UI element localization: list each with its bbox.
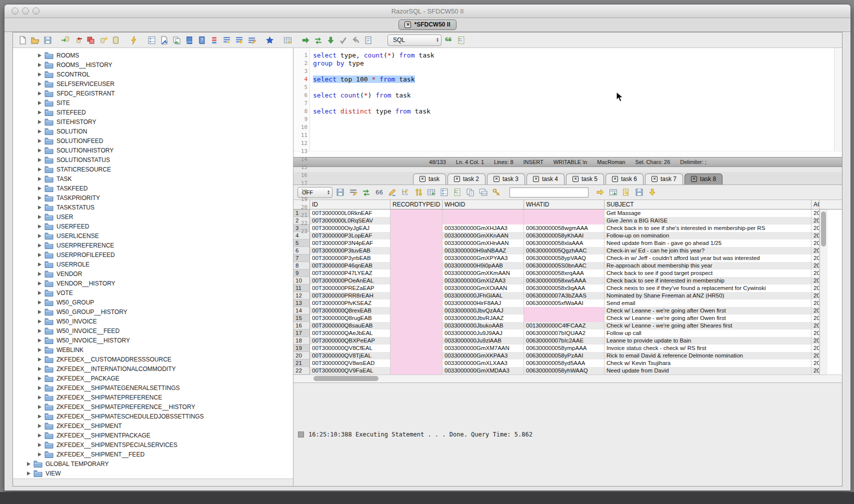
results-vscroll-thumb[interactable] xyxy=(821,212,826,246)
column-header-id[interactable]: ID xyxy=(310,200,390,209)
disclosure-triangle-icon[interactable] xyxy=(38,72,42,76)
tree-item-sfdc-registrant[interactable]: SFDC_REGISTRANT xyxy=(13,88,293,98)
column-header-ac[interactable]: AC xyxy=(812,200,820,209)
tab-close-icon[interactable]: ✕ xyxy=(533,176,539,182)
disclosure-triangle-icon[interactable] xyxy=(38,215,42,219)
arrow-down-yellow-icon[interactable] xyxy=(646,187,658,198)
disclosure-triangle-icon[interactable] xyxy=(38,92,42,96)
cell-whoid[interactable]: 0033000000GmXKPAA3 xyxy=(442,352,524,360)
cell-subject[interactable]: Check-in w/ Ed - can he join this year? xyxy=(604,247,812,254)
cell-subject[interactable]: Need update from David xyxy=(604,367,812,374)
cell-ac[interactable]: 200 xyxy=(812,344,820,352)
sql-editor[interactable]: 1234567891011121314151617181920212223 se… xyxy=(294,48,842,151)
table-row[interactable]: 1000T3000000POeAnEAL0033000000GmXIZAA300… xyxy=(294,277,820,284)
tree-item-zkfedex-shipmatescheduledjobssettings[interactable]: ZKFEDEX__SHIPMATESCHEDULEDJOBSSETTINGS xyxy=(13,412,293,421)
cell-whoid[interactable]: 0033000000Ju9J9AAJ xyxy=(442,330,524,337)
cell-whatid[interactable]: 006300000058xrqAAA xyxy=(524,270,604,277)
statement-mode-select[interactable]: SQL▲▼ xyxy=(388,34,442,46)
zoom-window-button[interactable] xyxy=(32,8,40,14)
copy-red-icon[interactable] xyxy=(85,34,96,46)
cell-subject[interactable]: Give Jenn a BIG RAISE xyxy=(604,217,812,224)
code-line[interactable] xyxy=(313,116,834,124)
disclosure-triangle-icon[interactable] xyxy=(38,348,42,352)
cell-id[interactable]: 00T3000000POeAnEAL xyxy=(310,277,390,284)
cell-whoid[interactable]: 0033000000JbvRJAAZ xyxy=(442,314,524,322)
open-folder-icon[interactable] xyxy=(30,34,40,46)
cell-recordtypeid[interactable] xyxy=(390,314,442,322)
save-small-icon[interactable] xyxy=(634,187,644,198)
cell-ac[interactable]: 200 xyxy=(812,330,820,337)
disclosure-triangle-icon[interactable] xyxy=(38,282,42,286)
table-row[interactable]: 200T3000000L0RqSEAVGive Jenn a BIG RAISE… xyxy=(294,217,820,224)
cell-recordtypeid[interactable] xyxy=(390,262,442,270)
cell-whatid[interactable]: 006300000058yd5AAA xyxy=(524,360,604,367)
table-row[interactable]: 2100T3000000QV8wsEAD0033000000GmXLXAA300… xyxy=(294,360,820,367)
tab-close-icon[interactable]: ✕ xyxy=(612,176,618,182)
minimize-window-button[interactable] xyxy=(22,8,29,14)
tab-close-icon[interactable]: ✕ xyxy=(691,176,697,182)
cell-recordtypeid[interactable] xyxy=(390,300,442,307)
tree-item-rooms-history[interactable]: ROOMS__HISTORY xyxy=(13,60,293,70)
cell-recordtypeid[interactable] xyxy=(390,337,442,344)
cell-ac[interactable]: 200 xyxy=(812,284,820,292)
table-row[interactable]: 1200T3000000PRR8rEAH0033000000JFhGlAAL00… xyxy=(294,292,820,300)
pages-refresh-icon[interactable] xyxy=(171,34,182,46)
cell-recordtypeid[interactable] xyxy=(390,247,442,254)
cell-id[interactable]: 00T3000000OiyJgEAJ xyxy=(310,224,390,232)
tree-item-sitefeed[interactable]: SITEFEED xyxy=(13,108,293,117)
execute-arrow-green-icon[interactable] xyxy=(300,34,311,46)
tree-item-zkfedex-shipment[interactable]: ZKFEDEX__SHIPMENT xyxy=(13,421,293,430)
tree-item-userrole[interactable]: USERROLE xyxy=(13,260,293,269)
cell-whatid[interactable]: 0013000000C4fFCAAZ xyxy=(524,322,604,330)
disclosure-triangle-icon[interactable] xyxy=(38,224,42,228)
arrow-right-yellow-icon[interactable] xyxy=(594,187,606,198)
tree-item-zkfedex-shipmentspecialservices[interactable]: ZKFEDEX__SHIPMENTSPECIALSERVICES xyxy=(13,440,293,450)
tree-item-taskpriority[interactable]: TASKPRIORITY xyxy=(13,193,293,202)
close-window-button[interactable] xyxy=(12,8,18,14)
results-hscroll-thumb[interactable] xyxy=(314,376,378,381)
cell-recordtypeid[interactable] xyxy=(390,217,442,224)
cell-ac[interactable]: 200 xyxy=(812,232,820,240)
disclosure-triangle-icon[interactable] xyxy=(38,452,42,456)
result-tab-task-6[interactable]: ✕task 6 xyxy=(606,174,644,184)
result-tab-task-8[interactable]: ✕task 8 xyxy=(684,174,722,184)
disclosure-triangle-icon[interactable] xyxy=(38,148,42,152)
cell-id[interactable]: 00T3000000PRR8rEAH xyxy=(310,292,390,300)
disclosure-triangle-icon[interactable] xyxy=(38,130,42,134)
tree-item-solutionstatus[interactable]: SOLUTIONSTATUS xyxy=(13,155,293,164)
save-icon[interactable] xyxy=(334,187,346,198)
cell-whatid[interactable]: 00630000007bIQUAA2 xyxy=(524,330,604,337)
disclosure-triangle-icon[interactable] xyxy=(38,110,42,114)
code-line[interactable] xyxy=(313,124,834,132)
table-row[interactable]: 1100T3000000PREZaEAP0033000000GmXOiAAN00… xyxy=(294,284,820,292)
note-new-icon[interactable] xyxy=(620,187,632,198)
disclosure-triangle-icon[interactable] xyxy=(38,244,42,248)
rollback-undo-icon[interactable] xyxy=(350,34,361,46)
cell-ac[interactable]: 200 xyxy=(812,314,820,322)
sql-code-area[interactable]: select type, count(*) from taskgroup by … xyxy=(310,48,834,151)
save-icon[interactable] xyxy=(42,34,53,46)
cell-whoid[interactable]: 0033000000H9i0pAAB xyxy=(442,262,524,270)
tab-close-icon[interactable]: ✕ xyxy=(454,176,460,182)
cell-whatid[interactable]: 006300000058ypVAAQ xyxy=(524,254,604,262)
code-line[interactable] xyxy=(313,84,834,92)
fetch-arrow-down-green-icon[interactable] xyxy=(325,34,336,46)
list-red-blue-icon[interactable] xyxy=(208,34,220,46)
tree-item-solutionhistory[interactable]: SOLUTIONHISTORY xyxy=(13,146,293,155)
tree-item-solutionfeed[interactable]: SOLUTIONFEED xyxy=(13,136,293,146)
tree-item-userlicense[interactable]: USERLICENSE xyxy=(13,231,293,240)
tree-item-w50-group-history[interactable]: W50_GROUP__HISTORY xyxy=(13,307,293,316)
disclosure-triangle-icon[interactable] xyxy=(38,168,42,172)
tree-item-solution[interactable]: SOLUTION xyxy=(13,126,293,136)
cell-subject[interactable]: Get Massage xyxy=(604,210,812,217)
cell-whoid[interactable]: 0033000000JFhGlAAL xyxy=(442,292,524,300)
tree-item-taskstatus[interactable]: TASKSTATUS xyxy=(13,202,293,212)
favorites-star-icon[interactable] xyxy=(264,34,275,46)
cell-whoid[interactable]: 0033000000GmXHnAAN xyxy=(442,240,524,247)
disclosure-triangle-icon[interactable] xyxy=(38,367,42,371)
cell-whatid[interactable]: 00630000005S0bnAAC xyxy=(524,262,604,270)
cell-whoid[interactable]: 0033000000Ju9zlAAB xyxy=(442,337,524,344)
tree-item-zkfedex-shipmatepreference[interactable]: ZKFEDEX__SHIPMATEPREFERENCE xyxy=(13,392,293,402)
cell-subject[interactable]: Need update from Bain - gave go ahead 1/… xyxy=(604,240,812,247)
disclosure-triangle-icon[interactable] xyxy=(38,139,42,143)
